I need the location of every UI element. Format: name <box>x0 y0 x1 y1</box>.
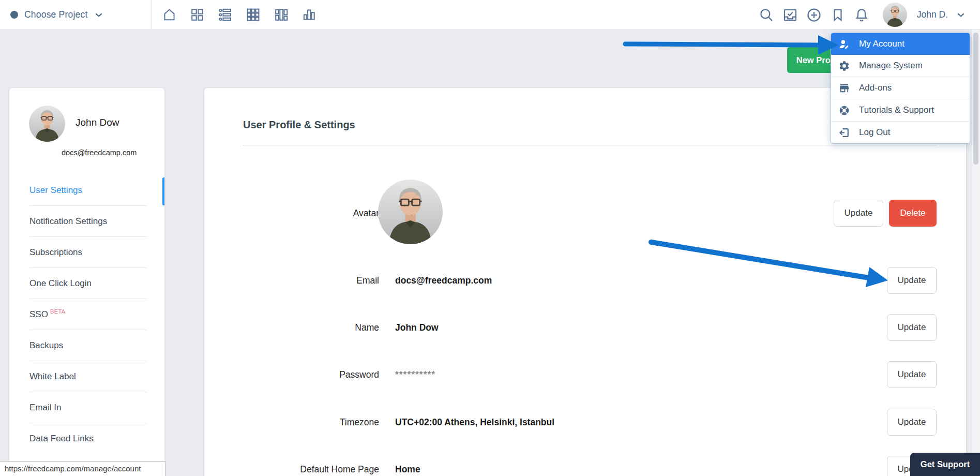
settings-sidebar: John Dow docs@freedcamp.com User Setting… <box>9 88 164 476</box>
row-label: Default Home Page <box>204 464 379 475</box>
scrollbar-thumb[interactable] <box>973 33 978 165</box>
menu-item-log-out[interactable]: Log Out <box>831 121 970 143</box>
project-selector-label: Choose Project <box>24 9 87 20</box>
name-row: Name John Dow Update <box>204 314 966 341</box>
user-menu: My Account Manage System Add-ons Tutoria… <box>831 33 970 144</box>
get-support-button[interactable]: Get Support <box>910 453 980 476</box>
sidebar-item-backups[interactable]: Backups <box>9 330 164 361</box>
sidebar-item-label: User Settings <box>29 185 82 196</box>
menu-item-manage-system[interactable]: Manage System <box>831 55 970 77</box>
chart-icon[interactable] <box>301 7 317 23</box>
row-label: Email <box>204 275 379 286</box>
sidebar-item-subscriptions[interactable]: Subscriptions <box>9 237 164 268</box>
row-label: Timezone <box>204 417 379 428</box>
email-update-button[interactable]: Update <box>887 267 937 294</box>
menu-item-label: My Account <box>859 39 904 49</box>
menu-item-add-ons[interactable]: Add-ons <box>831 77 970 99</box>
menu-item-label: Log Out <box>859 127 891 138</box>
support-icon <box>838 105 850 116</box>
menu-item-label: Add-ons <box>859 83 892 93</box>
sidebar-item-user-settings[interactable]: User Settings <box>9 175 164 206</box>
title-divider <box>243 145 936 145</box>
sidebar-item-label: Data Feed Links <box>29 434 94 444</box>
avatar-update-button[interactable]: Update <box>834 200 883 227</box>
password-value: ********** <box>395 369 435 380</box>
page-scrollbar[interactable] <box>971 29 980 476</box>
topbar-divider <box>152 0 152 29</box>
email-value: docs@freedcamp.com <box>395 275 492 286</box>
home-page-value: Home <box>395 464 420 475</box>
user-name[interactable]: John D. <box>917 9 948 20</box>
menu-item-label: Tutorials & Support <box>859 105 934 115</box>
menu-item-my-account[interactable]: My Account <box>831 33 970 55</box>
bell-icon[interactable] <box>854 7 870 23</box>
sidebar-item-label: Backups <box>29 340 63 351</box>
sidebar-item-email-in[interactable]: Email In <box>9 392 164 423</box>
sidebar-item-label: Notification Settings <box>29 216 107 227</box>
person-edit-icon <box>838 38 850 50</box>
user-avatar[interactable] <box>883 3 907 27</box>
dashboard-icon[interactable] <box>189 7 205 23</box>
logout-icon <box>838 127 850 139</box>
row-label: Avatar <box>204 208 379 219</box>
project-selector[interactable]: Choose Project <box>10 0 104 29</box>
beta-badge: BETA <box>50 308 66 315</box>
timezone-update-button[interactable]: Update <box>887 409 937 436</box>
grid-icon[interactable] <box>245 7 261 23</box>
sidebar-item-sso[interactable]: SSO BETA <box>9 299 164 330</box>
sidebar-item-notification-settings[interactable]: Notification Settings <box>9 206 164 237</box>
password-row: Password ********** Update <box>204 361 966 388</box>
chevron-down-icon[interactable] <box>956 10 966 20</box>
page-title: User Profile & Settings <box>243 119 355 131</box>
sidebar-item-label: Subscriptions <box>29 247 82 258</box>
profile-avatar-image <box>378 180 443 244</box>
inbox-check-icon[interactable] <box>782 7 798 23</box>
sidebar-user-email: docs@freedcamp.com <box>62 148 137 157</box>
search-icon[interactable] <box>759 7 775 23</box>
project-dot-icon <box>10 11 18 19</box>
user-profile-panel: User Profile & Settings Avatar Update De… <box>204 88 966 476</box>
home-icon[interactable] <box>161 7 177 23</box>
sidebar-item-data-feed-links[interactable]: Data Feed Links <box>9 423 164 454</box>
timezone-value: UTC+02:00 Athens, Helsinki, Istanbul <box>395 417 554 428</box>
kanban-icon[interactable] <box>273 7 289 23</box>
link-url-statusbar: https://freedcamp.com/manage/account <box>0 461 165 476</box>
menu-item-tutorials-support[interactable]: Tutorials & Support <box>831 99 970 121</box>
row-label: Name <box>204 322 379 333</box>
sidebar-item-label: One Click Login <box>29 278 92 289</box>
avatar-delete-button[interactable]: Delete <box>889 200 937 227</box>
sidebar-nav: User Settings Notification Settings Subs… <box>9 175 164 454</box>
topbar-actions: John D. <box>759 0 966 29</box>
sidebar-item-white-label[interactable]: White Label <box>9 361 164 392</box>
store-icon <box>838 82 850 94</box>
sidebar-item-label: SSO <box>29 309 48 320</box>
name-update-button[interactable]: Update <box>887 314 937 341</box>
sidebar-item-label: White Label <box>29 371 76 382</box>
gear-icon <box>838 60 850 72</box>
password-update-button[interactable]: Update <box>887 361 937 388</box>
sidebar-user-name: John Dow <box>76 117 119 128</box>
email-row: Email docs@freedcamp.com Update <box>204 267 966 294</box>
add-icon[interactable] <box>806 7 822 23</box>
sidebar-avatar <box>29 106 65 142</box>
home-page-row: Default Home Page Home Update <box>204 456 966 476</box>
tasks-list-icon[interactable] <box>217 7 233 23</box>
timezone-row: Timezone UTC+02:00 Athens, Helsinki, Ist… <box>204 409 966 436</box>
row-label: Password <box>204 369 379 380</box>
view-switcher <box>161 0 317 29</box>
chevron-down-icon <box>94 10 104 20</box>
top-bar: Choose Project John D. <box>0 0 980 29</box>
bookmark-icon[interactable] <box>830 7 846 23</box>
sidebar-item-one-click-login[interactable]: One Click Login <box>9 268 164 299</box>
menu-item-label: Manage System <box>859 61 923 71</box>
name-value: John Dow <box>395 322 439 333</box>
sidebar-item-label: Email In <box>29 403 61 413</box>
avatar-row: Avatar Update Delete <box>204 200 966 227</box>
